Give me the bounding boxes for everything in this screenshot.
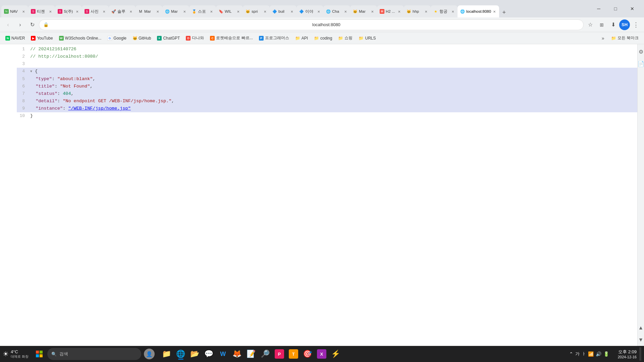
maximize-button[interactable]: □ bbox=[608, 3, 623, 14]
document-sidebar-icon[interactable]: 📄 bbox=[636, 59, 644, 68]
tab-mar2[interactable]: 🌐 Mar × bbox=[162, 5, 189, 17]
bookmark-google[interactable]: G Google bbox=[105, 35, 129, 42]
tab-close-buil[interactable]: × bbox=[290, 8, 294, 15]
bookmark-github[interactable]: 🐱 GitHub bbox=[130, 35, 154, 42]
taskbar-app-y[interactable]: 🎯 bbox=[301, 347, 314, 361]
taskbar-search[interactable]: 🔍 검색 bbox=[47, 348, 141, 360]
tab-close-cha[interactable]: × bbox=[343, 8, 347, 15]
tab-close-h2[interactable]: × bbox=[397, 8, 401, 15]
tab-mar1[interactable]: M Mar × bbox=[136, 5, 162, 17]
tab-s-ju[interactable]: S S(주) × bbox=[55, 5, 82, 17]
new-tab-button[interactable]: + bbox=[499, 7, 509, 17]
tab-close-mar3[interactable]: × bbox=[370, 8, 374, 15]
bookmark-folder-shopping[interactable]: 📁 쇼핑 bbox=[335, 34, 355, 42]
tab-mar3[interactable]: 🐱 Mar × bbox=[350, 5, 377, 17]
bookmark-chatgpt[interactable]: ✦ ChatGPT bbox=[154, 35, 182, 42]
show-desktop-button[interactable] bbox=[639, 347, 641, 361]
address-bar[interactable]: 🔒 localhost:8080 bbox=[39, 19, 584, 30]
tab-close-mar1[interactable]: × bbox=[156, 8, 160, 15]
close-button[interactable]: ✕ bbox=[625, 3, 640, 14]
tab-sport[interactable]: 🏅 스포 × bbox=[189, 5, 216, 17]
tab-close-hhp[interactable]: × bbox=[424, 8, 428, 15]
bookmark-programmers[interactable]: P 프로그래머스 bbox=[256, 34, 292, 42]
tab-iya[interactable]: 🔷 이야 × bbox=[297, 5, 323, 17]
taskbar-chrome[interactable]: 🌐 bbox=[174, 347, 187, 361]
tab-nav[interactable]: N NAV × bbox=[1, 5, 28, 17]
bookmark-folder-urls[interactable]: 📁 URLS bbox=[356, 35, 378, 42]
extension-puzzle-button[interactable]: ⊞ bbox=[596, 19, 607, 30]
back-button[interactable]: ‹ bbox=[3, 19, 13, 30]
taskbar-notes[interactable]: 📝 bbox=[245, 347, 258, 361]
tray-battery[interactable]: 🔋 bbox=[603, 351, 609, 357]
taskbar-word[interactable]: W bbox=[216, 347, 230, 361]
taskbar-file-manager[interactable]: 📂 bbox=[188, 347, 202, 361]
menu-button[interactable]: ⋮ bbox=[631, 19, 641, 30]
taskbar-app-p[interactable]: P bbox=[273, 347, 286, 361]
tab-hhp[interactable]: 🐱 hhp × bbox=[404, 5, 431, 17]
taskbar-app-z[interactable]: ⚡ bbox=[329, 347, 342, 361]
download-button[interactable]: ⬇ bbox=[608, 19, 619, 30]
code-line-10: 10 } bbox=[17, 112, 637, 120]
scroll-up-icon[interactable]: ▲ bbox=[636, 323, 644, 333]
tab-hangong[interactable]: ★ 항공 × bbox=[431, 5, 458, 17]
settings-sidebar-icon[interactable]: ⚙ bbox=[636, 47, 644, 56]
refresh-button[interactable]: ↻ bbox=[27, 19, 38, 30]
tab-buil[interactable]: 🔷 buil × bbox=[270, 5, 297, 17]
taskbar-file-explorer[interactable]: 📁 bbox=[160, 347, 173, 361]
tab-localhost[interactable]: 🌐 localhost:8080 × bbox=[458, 5, 499, 17]
taskbar-app-x[interactable]: X bbox=[315, 347, 328, 361]
tab-close-wil[interactable]: × bbox=[236, 8, 240, 15]
bookmark-youtube[interactable]: ▶ YouTube bbox=[28, 35, 55, 42]
clock-widget[interactable]: 오후 2:09 2024-12-16 bbox=[613, 349, 637, 359]
tab-close-sajin[interactable]: × bbox=[102, 8, 106, 15]
bookmark-danawa[interactable]: D 다나와 bbox=[183, 34, 207, 42]
tray-korean-input[interactable]: ㅏ bbox=[582, 351, 586, 357]
start-button[interactable] bbox=[33, 347, 46, 361]
bookmark-w3schools[interactable]: W W3Schools Online... bbox=[56, 35, 104, 42]
tab-close-spri[interactable]: × bbox=[263, 8, 267, 15]
tab-close-iya[interactable]: × bbox=[317, 8, 321, 15]
tab-solu[interactable]: 🚀 솔루 × bbox=[109, 5, 136, 17]
bookmark-folder-api[interactable]: 📁 API bbox=[292, 35, 311, 42]
tab-close-tijen[interactable]: × bbox=[48, 8, 52, 15]
tab-close-solu[interactable]: × bbox=[129, 8, 133, 15]
minimize-button[interactable]: ─ bbox=[591, 3, 606, 14]
fold-arrow-4[interactable]: ▼ bbox=[30, 68, 34, 75]
scroll-down-icon[interactable]: ▼ bbox=[636, 335, 644, 345]
tab-close-hangong[interactable]: × bbox=[451, 8, 455, 15]
code-viewer[interactable]: 1 // 20241216140726 2 // http://localhos… bbox=[0, 44, 637, 346]
tray-chevron[interactable]: ⌃ bbox=[569, 351, 573, 357]
taskbar-app-t[interactable]: T bbox=[287, 347, 300, 361]
taskbar-messaging[interactable]: 💬 bbox=[202, 347, 216, 361]
tab-wil[interactable]: 🔖 WIL × bbox=[216, 5, 243, 17]
tab-cha[interactable]: 🌐 Cha × bbox=[323, 5, 350, 17]
weather-info: 4°C 대체로 화창 bbox=[11, 349, 29, 359]
bookmark-all[interactable]: 📁 모든 북마크 bbox=[608, 34, 641, 42]
bookmark-star-button[interactable]: ☆ bbox=[585, 19, 596, 30]
taskbar-app-fox[interactable]: 🦊 bbox=[230, 347, 244, 361]
tab-close-s-ju[interactable]: × bbox=[75, 8, 79, 15]
tab-h2[interactable]: H H2 ... × bbox=[377, 5, 404, 17]
bookmarks-more-button[interactable]: » bbox=[600, 34, 606, 42]
tab-tijen[interactable]: S 티젠 × bbox=[28, 5, 55, 17]
bookmark-naver[interactable]: N NAVER bbox=[3, 35, 28, 42]
instance-link[interactable]: "/WEB-INF/jsp/home.jsp" bbox=[68, 106, 130, 111]
taskbar-avatar[interactable]: 👤 bbox=[143, 347, 156, 361]
tray-korean-ga[interactable]: 가 bbox=[575, 351, 580, 357]
tab-close-nav[interactable]: × bbox=[21, 8, 25, 15]
tray-speaker[interactable]: 🔊 bbox=[596, 351, 601, 357]
line-content-2: // http://localhost:8080/ bbox=[30, 53, 637, 60]
tab-close-mar2[interactable]: × bbox=[182, 8, 186, 15]
tab-close-localhost[interactable]: × bbox=[492, 8, 496, 15]
clock-date: 2024-12-16 bbox=[618, 355, 637, 359]
taskbar-search2[interactable]: 🔎 bbox=[259, 347, 272, 361]
tab-spri[interactable]: 🐱 spri × bbox=[243, 5, 270, 17]
tray-wifi[interactable]: 📶 bbox=[588, 351, 594, 357]
tab-sajin[interactable]: S 사진 × bbox=[82, 5, 109, 17]
forward-button[interactable]: › bbox=[15, 19, 25, 30]
bookmark-folder-coding[interactable]: 📁 coding bbox=[311, 35, 335, 42]
profile-button[interactable]: SH bbox=[619, 19, 630, 30]
tab-close-sport[interactable]: × bbox=[209, 8, 213, 15]
weather-widget[interactable]: ☀ 4°C 대체로 화창 bbox=[3, 349, 29, 359]
bookmark-rocket[interactable]: C 로켓배송으로 빠르... bbox=[207, 34, 255, 42]
